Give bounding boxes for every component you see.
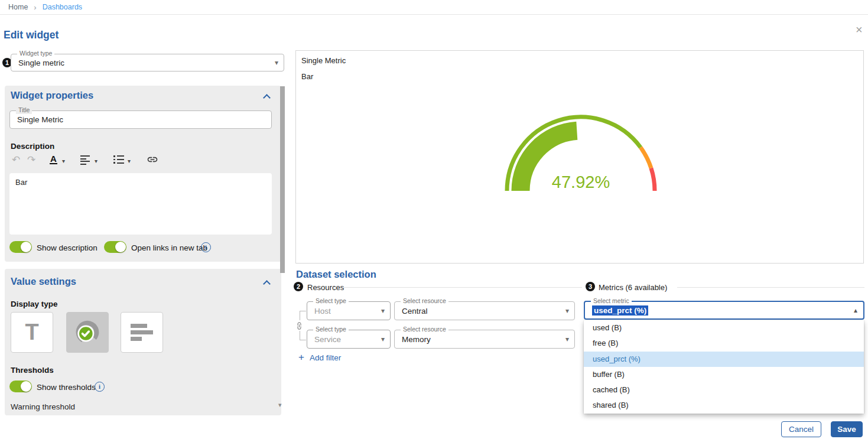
title-input[interactable]: Title Single Metric	[9, 110, 272, 129]
description-editor[interactable]: Bar	[9, 173, 272, 235]
undo-icon[interactable]: ↶	[12, 155, 20, 165]
select-metric-value: used_prct (%)	[592, 305, 648, 316]
info-icon[interactable]: i	[95, 382, 105, 392]
step-badge-3: 3	[586, 282, 595, 291]
chevron-down-icon: ▾	[275, 58, 278, 67]
select-metric-label: Select metric	[591, 297, 632, 304]
show-thresholds-label: Show thresholds	[37, 383, 96, 392]
save-button[interactable]: Save	[831, 421, 863, 437]
cancel-button[interactable]: Cancel	[781, 421, 821, 437]
collapse-chevron-icon[interactable]	[263, 280, 271, 288]
resource-value-1: Central	[402, 307, 428, 316]
chevron-down-icon[interactable]: ▾	[128, 158, 131, 164]
scrollbar-down-arrow-icon[interactable]: ▾	[278, 401, 282, 409]
resource-type-value-2: Service	[314, 335, 341, 344]
dropdown-option[interactable]: free (B)	[584, 336, 864, 351]
divider	[677, 287, 864, 288]
list-icon[interactable]	[113, 155, 124, 164]
title-input-label: Title	[16, 107, 32, 114]
breadcrumb: Home › Dashboards	[0, 0, 868, 15]
breadcrumb-home[interactable]: Home	[8, 3, 28, 11]
select-resource-label: Select resource	[401, 298, 448, 305]
gauge-display-icon	[74, 319, 101, 346]
resource-select-1[interactable]: Select resource Central ▾	[394, 301, 575, 320]
text-display-icon: T	[25, 320, 38, 345]
display-type-label: Display type	[11, 300, 58, 308]
connector-line	[300, 311, 306, 311]
resource-type-value-1: Host	[314, 307, 331, 316]
dropdown-option[interactable]: buffer (B)	[584, 367, 864, 382]
value-settings-heading: Value settings	[11, 276, 76, 287]
chevron-up-icon[interactable]: ▴	[854, 306, 857, 314]
resource-type-select-1[interactable]: Select type Host ▾	[307, 301, 391, 320]
select-type-label: Select type	[313, 298, 349, 305]
display-type-text-button[interactable]: T	[11, 312, 53, 353]
dropdown-option-selected[interactable]: used_prct (%)	[584, 352, 864, 367]
resources-label: Resources	[307, 283, 344, 292]
page-title: Edit widget	[4, 29, 58, 41]
redo-icon[interactable]: ↷	[27, 155, 35, 165]
breadcrumb-dashboards[interactable]: Dashboards	[43, 3, 82, 11]
open-links-label: Open links in new tab	[131, 243, 207, 252]
step-badge-2: 2	[294, 282, 303, 291]
gauge-chart: 47.92%	[491, 110, 671, 193]
chevron-down-icon: ▾	[381, 335, 385, 343]
preview-description: Bar	[301, 72, 313, 81]
widget-type-value: Single metric	[18, 58, 64, 67]
metrics-label: Metrics (6 available)	[599, 283, 667, 292]
widget-type-label: Widget type	[17, 50, 54, 57]
chevron-down-icon: ▾	[565, 335, 569, 343]
open-links-toggle[interactable]	[104, 241, 126, 253]
select-metric-input[interactable]: Select metric used_prct (%) ▴	[584, 301, 864, 320]
plus-icon[interactable]: +	[298, 352, 304, 363]
scrollbar-thumb[interactable]	[280, 86, 285, 273]
thresholds-label: Thresholds	[11, 366, 54, 375]
display-type-bar-button[interactable]	[121, 312, 163, 353]
preview-title: Single Metric	[301, 56, 346, 65]
link-icon[interactable]	[147, 154, 158, 165]
resource-type-select-2[interactable]: Select type Service ▾	[307, 330, 391, 349]
description-content: Bar	[15, 178, 27, 187]
info-icon[interactable]: i	[201, 242, 211, 252]
chevron-down-icon: ▾	[565, 307, 569, 315]
text-color-icon[interactable]: A	[50, 154, 57, 164]
dropdown-option[interactable]: cached (B)	[584, 382, 864, 398]
warning-threshold-label: Warning threshold	[11, 402, 75, 411]
close-icon[interactable]: ×	[856, 24, 863, 35]
description-label: Description	[11, 142, 54, 151]
show-thresholds-toggle[interactable]	[9, 381, 32, 392]
chevron-down-icon: ▾	[381, 307, 385, 315]
dropdown-option[interactable]: used (B)	[584, 320, 864, 336]
resource-select-2[interactable]: Select resource Memory ▾	[394, 330, 575, 349]
resource-value-2: Memory	[402, 335, 431, 344]
divider	[344, 287, 582, 288]
gauge-value-label: 47.92%	[552, 173, 610, 191]
widget-preview-panel: Single Metric Bar 47.92%	[295, 50, 864, 264]
edit-widget-modal: Home › Dashboards Edit widget × 1 Widget…	[0, 0, 868, 439]
dropdown-option[interactable]: shared (B)	[584, 398, 864, 413]
widget-properties-card: Widget properties Title Single Metric De…	[5, 86, 281, 262]
bar-chart-display-icon	[131, 324, 153, 341]
show-description-label: Show description	[37, 243, 97, 252]
connector-line	[300, 311, 300, 320]
chevron-down-icon[interactable]: ▾	[62, 158, 65, 164]
show-description-toggle[interactable]	[9, 241, 32, 253]
dataset-selection-heading: Dataset selection	[296, 269, 376, 280]
display-type-gauge-button[interactable]	[66, 312, 109, 353]
value-settings-card: Value settings Display type T Thresholds…	[5, 269, 281, 415]
select-type-label: Select type	[313, 326, 349, 333]
chevron-down-icon[interactable]: ▾	[95, 158, 97, 164]
select-resource-label: Select resource	[401, 326, 448, 333]
title-input-value: Single Metric	[17, 115, 63, 124]
connector-line	[300, 331, 300, 340]
add-filter-button[interactable]: Add filter	[310, 353, 341, 362]
breadcrumb-separator-icon: ›	[34, 3, 36, 12]
align-icon[interactable]	[80, 155, 90, 165]
widget-properties-heading: Widget properties	[11, 90, 93, 101]
widget-type-select[interactable]: Widget type Single metric ▾	[11, 54, 284, 71]
metric-dropdown-list: used (B) free (B) used_prct (%) buffer (…	[584, 320, 864, 414]
collapse-chevron-icon[interactable]	[263, 94, 271, 102]
link-resources-icon	[295, 321, 304, 331]
connector-line	[300, 340, 306, 340]
